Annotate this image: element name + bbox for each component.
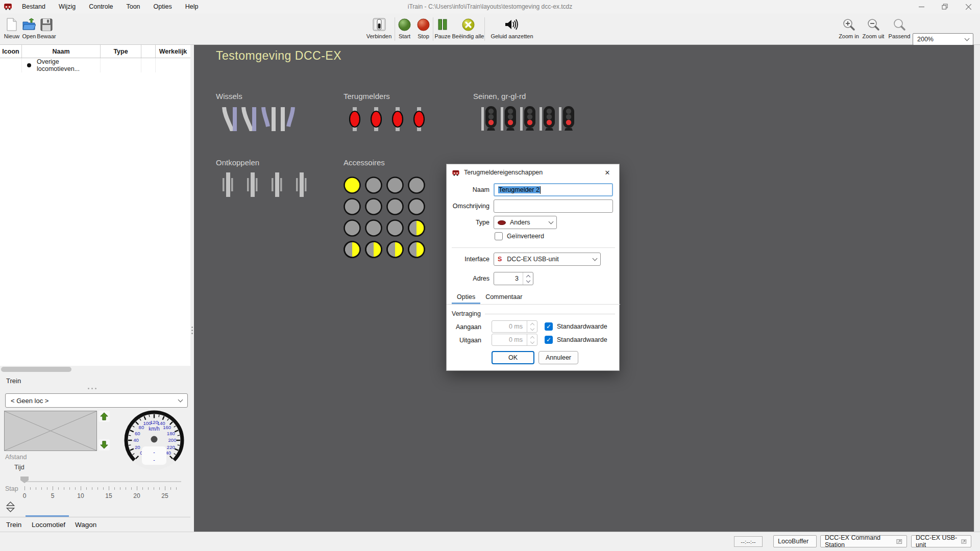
stop-button[interactable]: Stop: [414, 13, 433, 45]
speed-down-button[interactable]: [99, 439, 110, 450]
accessory-button-gray[interactable]: [386, 176, 404, 196]
expand-collapse-icon[interactable]: [6, 502, 15, 512]
zoom-level-select[interactable]: 200%: [913, 33, 973, 45]
save-button[interactable]: Bewaar: [38, 13, 55, 45]
adres-spinner[interactable]: 3: [494, 272, 533, 285]
turnout-icon[interactable]: [279, 107, 297, 133]
signal-icon[interactable]: [501, 106, 516, 134]
panel-splitter[interactable]: [190, 45, 194, 532]
inverted-checkbox[interactable]: [495, 232, 503, 240]
spinner-buttons[interactable]: [523, 272, 533, 285]
vertical-scrollbar[interactable]: [974, 45, 980, 532]
feedback-indicator-icon[interactable]: [412, 107, 426, 133]
step-slider[interactable]: [24, 481, 181, 482]
feedback-indicator-icon[interactable]: [391, 107, 404, 133]
group-line: [485, 314, 615, 314]
accessory-button-gray[interactable]: [407, 176, 426, 196]
close-button[interactable]: [957, 0, 980, 13]
open-folder-icon: [22, 17, 36, 32]
connect-button[interactable]: Verbinden: [363, 13, 395, 45]
table-row[interactable]: Overige locomotieven...: [0, 58, 190, 71]
accessory-button-gray[interactable]: [386, 219, 404, 239]
menu-item-toon[interactable]: Toon: [119, 0, 146, 13]
menu-item-help[interactable]: Help: [179, 0, 205, 13]
tab-locomotief[interactable]: Locomotief: [32, 521, 65, 529]
turnout-icon[interactable]: [221, 107, 238, 133]
turnout-icon[interactable]: [260, 107, 277, 133]
accessory-button-half[interactable]: [407, 219, 426, 239]
uncoupler-icon[interactable]: [295, 172, 308, 199]
menu-item-opties[interactable]: Opties: [147, 0, 179, 13]
signal-icon[interactable]: [481, 106, 497, 134]
accessory-button-gray[interactable]: [364, 197, 383, 218]
inverted-checkbox-row[interactable]: Geïnverteerd: [495, 232, 544, 240]
naam-input[interactable]: Terugmelder 2: [494, 183, 613, 196]
accessory-button-half[interactable]: [343, 240, 361, 261]
aangaan-default-checkbox[interactable]: ✓: [545, 322, 553, 331]
accessory-button-gray[interactable]: [343, 197, 361, 218]
turnout-icon[interactable]: [240, 107, 258, 133]
accessory-button-gray[interactable]: [364, 219, 383, 239]
cancel-button[interactable]: Annuleer: [538, 351, 578, 364]
minimize-button[interactable]: [910, 0, 933, 13]
command-station-button[interactable]: DCC-EX Command Station: [820, 535, 907, 547]
signal-icon[interactable]: [520, 106, 535, 134]
uitgaan-default-row[interactable]: ✓ Standaardwaarde: [545, 336, 607, 344]
uncoupler-icon[interactable]: [246, 172, 259, 199]
omschrijving-input[interactable]: [494, 199, 613, 213]
aangaan-default-row[interactable]: ✓ Standaardwaarde: [545, 322, 607, 331]
column-header-werkelijk[interactable]: Werkelijk: [156, 45, 190, 58]
menu-item-controle[interactable]: Controle: [82, 0, 119, 13]
uitgaan-default-checkbox[interactable]: ✓: [545, 336, 553, 344]
zoom-out-button[interactable]: Zoom uit: [861, 13, 886, 45]
scrollbar-thumb[interactable]: [1, 367, 71, 372]
column-header-icoon[interactable]: Icoon: [0, 45, 22, 58]
locobuffer-button[interactable]: LocoBuffer: [773, 535, 817, 547]
zoom-in-button[interactable]: Zoom in: [837, 13, 861, 45]
zoom-fit-button[interactable]: Passend: [886, 13, 913, 45]
column-header-naam[interactable]: Naam: [22, 45, 101, 58]
accessory-button-half[interactable]: [386, 240, 404, 261]
start-button[interactable]: Start: [395, 13, 414, 45]
column-header-type[interactable]: Type: [101, 45, 141, 58]
column-header-empty[interactable]: [141, 45, 156, 58]
window-controls: [910, 0, 980, 13]
end-all-button[interactable]: Beëindig alle: [452, 13, 484, 45]
sound-button[interactable]: Geluid aanzetten: [485, 13, 539, 45]
panel-drag-handle-icon[interactable]: [88, 388, 96, 389]
accessory-button-gray[interactable]: [343, 219, 361, 239]
uncoupler-icon[interactable]: [270, 172, 283, 199]
open-button[interactable]: Open: [20, 13, 38, 45]
menu-item-bestand[interactable]: Bestand: [15, 0, 52, 13]
tab-opties[interactable]: Opties: [452, 290, 480, 304]
accessory-button-gray[interactable]: [364, 176, 383, 196]
tab-wagon[interactable]: Wagon: [75, 521, 96, 529]
feedback-indicator-icon[interactable]: [348, 107, 361, 133]
type-select[interactable]: Anders: [494, 216, 557, 229]
ok-button[interactable]: OK: [492, 351, 534, 364]
interface-select[interactable]: S DCC-EX USB-unit: [494, 253, 601, 266]
accessory-button-gray[interactable]: [386, 197, 404, 218]
slider-thumb[interactable]: [20, 477, 29, 483]
speed-up-button[interactable]: [99, 411, 110, 422]
horizontal-scrollbar[interactable]: [0, 366, 190, 373]
restore-button[interactable]: [933, 0, 957, 13]
accessory-button-yellow[interactable]: [343, 176, 361, 196]
pause-button[interactable]: Pauze: [433, 13, 452, 45]
accessory-button-half[interactable]: [364, 240, 383, 261]
tab-commentaar[interactable]: Commentaar: [480, 290, 527, 304]
uncoupler-icon[interactable]: [221, 172, 234, 199]
slider-tick-label: 10: [77, 492, 84, 499]
new-button[interactable]: Nieuw: [3, 13, 20, 45]
accessory-button-gray[interactable]: [407, 197, 426, 218]
usb-unit-button[interactable]: DCC-EX USB-unit: [911, 535, 971, 547]
menu-item-wijzig[interactable]: Wijzig: [52, 0, 82, 13]
loc-select[interactable]: < Geen loc >: [5, 393, 188, 408]
zoom-in-icon: [843, 17, 855, 32]
signal-icon[interactable]: [540, 106, 555, 134]
accessory-button-half[interactable]: [407, 240, 426, 261]
feedback-indicator-icon[interactable]: [370, 107, 383, 133]
tab-trein[interactable]: Trein: [6, 521, 21, 529]
dialog-close-icon[interactable]: ✕: [601, 169, 614, 177]
signal-icon[interactable]: [559, 106, 574, 134]
